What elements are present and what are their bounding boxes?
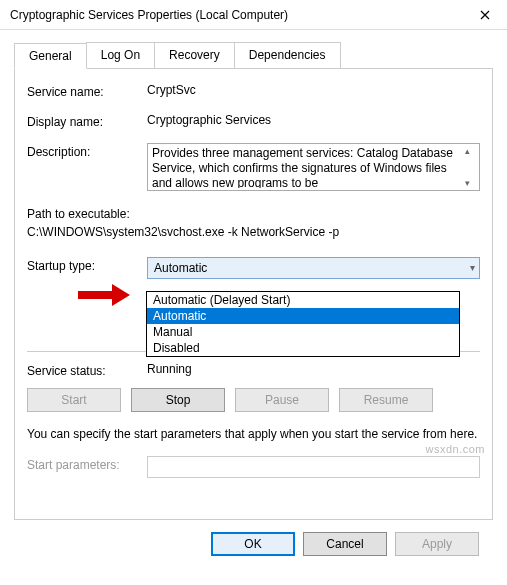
pause-button[interactable]: Pause [235,388,329,412]
close-button[interactable] [462,0,507,30]
service-name-label: Service name: [27,83,147,99]
start-params-hint: You can specify the start parameters tha… [27,426,480,442]
display-name-label: Display name: [27,113,147,129]
service-name-value: CryptSvc [147,83,480,97]
tab-panel-general: Service name: CryptSvc Display name: Cry… [14,68,493,520]
description-box: Provides three management services: Cata… [147,143,480,191]
dialog-footer: OK Cancel Apply [14,520,493,568]
stop-button[interactable]: Stop [131,388,225,412]
tab-dependencies[interactable]: Dependencies [234,42,341,68]
tab-recovery[interactable]: Recovery [154,42,235,68]
tab-strip: General Log On Recovery Dependencies [14,42,493,68]
start-params-input[interactable] [147,456,480,478]
cancel-button[interactable]: Cancel [303,532,387,556]
dialog-content: General Log On Recovery Dependencies Ser… [0,30,507,568]
display-name-value: Cryptographic Services [147,113,480,127]
dropdown-option-disabled[interactable]: Disabled [147,340,459,356]
startup-type-selected: Automatic [154,261,207,275]
close-icon [480,10,490,20]
dropdown-option-automatic[interactable]: Automatic [147,308,459,324]
dropdown-option-manual[interactable]: Manual [147,324,459,340]
ok-button[interactable]: OK [211,532,295,556]
start-button[interactable]: Start [27,388,121,412]
chevron-down-icon: ▾ [465,178,470,188]
chevron-down-icon: ▾ [470,262,475,273]
startup-type-combo[interactable]: Automatic ▾ [147,257,480,279]
tab-general[interactable]: General [14,43,87,69]
service-status-label: Service status: [27,362,147,378]
description-label: Description: [27,143,147,159]
path-value: C:\WINDOWS\system32\svchost.exe -k Netwo… [27,223,480,241]
titlebar: Cryptographic Services Properties (Local… [0,0,507,30]
description-scrollbar[interactable]: ▴ ▾ [459,146,475,188]
window-title: Cryptographic Services Properties (Local… [10,8,462,22]
description-text: Provides three management services: Cata… [152,146,459,188]
resume-button[interactable]: Resume [339,388,433,412]
start-params-label: Start parameters: [27,456,147,472]
chevron-up-icon: ▴ [465,146,470,156]
service-status-value: Running [147,362,480,376]
startup-type-label: Startup type: [27,257,147,273]
path-label: Path to executable: [27,205,480,223]
tab-logon[interactable]: Log On [86,42,155,68]
dropdown-option-delayed[interactable]: Automatic (Delayed Start) [147,292,459,308]
apply-button[interactable]: Apply [395,532,479,556]
startup-type-dropdown: Automatic (Delayed Start) Automatic Manu… [146,291,460,357]
